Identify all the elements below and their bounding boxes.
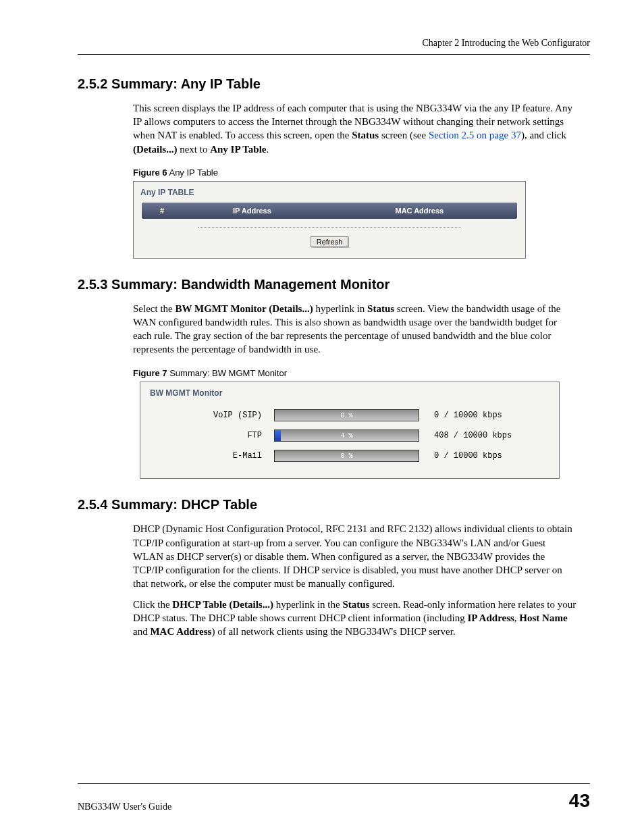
bw-bar-text: 0 %: [275, 410, 419, 421]
bw-bar-text: 4 %: [275, 430, 419, 441]
bw-row: VoIP (SIP) 0 % 0 / 10000 kbps: [140, 405, 559, 425]
figure-caption: Any IP Table: [167, 167, 218, 178]
bold-status: Status: [367, 303, 394, 314]
refresh-button[interactable]: Refresh: [311, 236, 349, 247]
panel-title-bwmgmt: BW MGMT Monitor: [140, 382, 559, 405]
bold-host-name: Host Name: [519, 613, 567, 623]
bw-label: E-Mail: [154, 450, 274, 461]
section-252-body: This screen displays the IP address of e…: [133, 101, 576, 156]
bw-bar: 4 %: [274, 429, 419, 442]
figure-6-label: Figure 6 Any IP Table: [133, 167, 590, 179]
text: Click the: [133, 599, 172, 610]
bw-value: 408 / 10000 kbps: [419, 430, 545, 441]
footer-guide-name: NBG334W User's Guide: [78, 801, 171, 814]
bw-bar: 0 %: [274, 409, 419, 421]
divider-area: [134, 219, 525, 234]
bold-mac-address: MAC Address: [150, 626, 211, 637]
figure-7-panel: BW MGMT Monitor VoIP (SIP) 0 % 0 / 10000…: [140, 382, 560, 479]
s254-paragraph-2: Click the DHCP Table (Details...) hyperl…: [133, 598, 576, 639]
section-253-body: Select the BW MGMT Monitor (Details...) …: [133, 302, 576, 357]
text: ), and click: [521, 130, 566, 140]
table-header-row: # IP Address MAC Address: [142, 203, 517, 219]
figure-number: Figure 7: [133, 368, 167, 378]
chapter-header: Chapter 2 Introducing the Web Configurat…: [78, 37, 590, 55]
bw-row: FTP 4 % 408 / 10000 kbps: [140, 425, 559, 446]
text: ) of all network clients using the NBG33…: [211, 626, 455, 637]
bw-label: FTP: [154, 430, 274, 441]
bw-bar-text: 0 %: [275, 450, 419, 461]
bold-status: Status: [342, 599, 369, 610]
s253-paragraph: Select the BW MGMT Monitor (Details...) …: [133, 302, 576, 357]
bw-value: 0 / 10000 kbps: [419, 450, 545, 461]
figure-caption: Summary: BW MGMT Monitor: [167, 368, 287, 378]
col-header-index: #: [142, 203, 182, 219]
text: screen (see: [379, 130, 429, 140]
bw-row: E-Mail 0 % 0 / 10000 kbps: [140, 446, 559, 466]
bold-anyip: Any IP Table: [210, 144, 266, 155]
dotted-divider: [198, 227, 460, 228]
figure-6-panel: Any IP TABLE # IP Address MAC Address Re…: [133, 181, 526, 258]
s252-paragraph: This screen displays the IP address of e…: [133, 101, 576, 156]
panel-title-anyip: Any IP TABLE: [134, 182, 525, 202]
bold-dhcp-table: DHCP Table (Details...): [172, 599, 273, 610]
section-254-body: DHCP (Dynamic Host Configuration Protoco…: [133, 522, 576, 638]
bw-bar: 0 %: [274, 450, 419, 462]
bold-status: Status: [352, 130, 379, 140]
text: hyperlink in: [313, 303, 367, 314]
text: .: [267, 144, 269, 155]
page-footer: NBG334W User's Guide 43: [78, 783, 590, 814]
section-heading-253: 2.5.3 Summary: Bandwidth Management Moni…: [78, 276, 590, 294]
figure-7-label: Figure 7 Summary: BW MGMT Monitor: [133, 367, 590, 380]
s254-paragraph-1: DHCP (Dynamic Host Configuration Protoco…: [133, 522, 576, 590]
bold-ip-address: IP Address: [468, 613, 514, 623]
col-header-ip: IP Address: [182, 203, 322, 219]
bw-label: VoIP (SIP): [154, 410, 274, 421]
bold-bwmgmt: BW MGMT Monitor (Details...): [175, 303, 313, 314]
bold-details: (Details...): [133, 144, 177, 155]
text: next to: [177, 144, 210, 155]
cross-reference-link[interactable]: Section 2.5 on page 37: [429, 130, 521, 140]
text: Select the: [133, 303, 175, 314]
footer-page-number: 43: [569, 788, 590, 814]
section-heading-254: 2.5.4 Summary: DHCP Table: [78, 496, 590, 514]
col-header-mac: MAC Address: [322, 203, 517, 219]
figure-number: Figure 6: [133, 167, 167, 178]
section-heading-252: 2.5.2 Summary: Any IP Table: [78, 75, 590, 93]
bw-value: 0 / 10000 kbps: [419, 410, 545, 421]
text: and: [133, 626, 150, 637]
text: hyperlink in the: [273, 599, 342, 610]
